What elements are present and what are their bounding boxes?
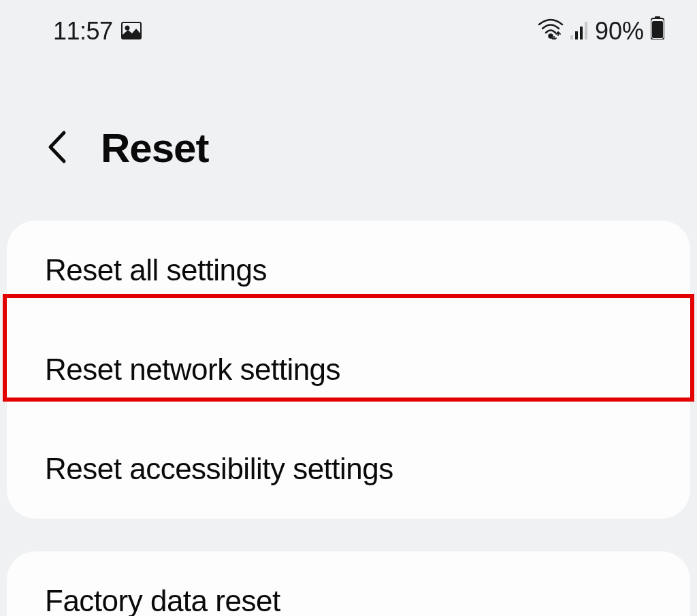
- battery-percent: 90%: [595, 17, 644, 46]
- reset-accessibility-settings-item[interactable]: Reset accessibility settings: [7, 419, 690, 519]
- factory-reset-card[interactable]: Factory data reset: [7, 551, 690, 616]
- page-title: Reset: [101, 125, 208, 172]
- status-left: 11:57: [53, 17, 142, 46]
- svg-rect-4: [575, 31, 578, 39]
- wifi-icon: [538, 17, 564, 46]
- svg-rect-6: [585, 22, 587, 39]
- page-header: Reset: [0, 62, 697, 221]
- svg-rect-5: [580, 27, 583, 39]
- factory-data-reset-title: Factory data reset: [45, 584, 652, 616]
- reset-all-settings-item[interactable]: Reset all settings: [7, 221, 690, 320]
- list-item-label: Reset all settings: [45, 253, 267, 287]
- svg-rect-9: [652, 21, 663, 38]
- svg-point-2: [549, 34, 552, 37]
- status-time: 11:57: [53, 17, 113, 46]
- list-item-label: Reset accessibility settings: [45, 452, 393, 485]
- reset-options-card: Reset all settings Reset network setting…: [7, 221, 690, 519]
- status-right: 90%: [538, 16, 664, 46]
- signal-icon: [570, 17, 588, 46]
- battery-icon: [651, 16, 664, 46]
- reset-network-settings-item[interactable]: Reset network settings: [7, 320, 690, 419]
- status-bar: 11:57: [0, 0, 697, 62]
- picture-icon: [121, 17, 142, 46]
- svg-rect-3: [570, 35, 573, 39]
- svg-point-1: [125, 26, 129, 29]
- list-item-label: Reset network settings: [45, 353, 340, 386]
- back-icon[interactable]: [46, 130, 68, 167]
